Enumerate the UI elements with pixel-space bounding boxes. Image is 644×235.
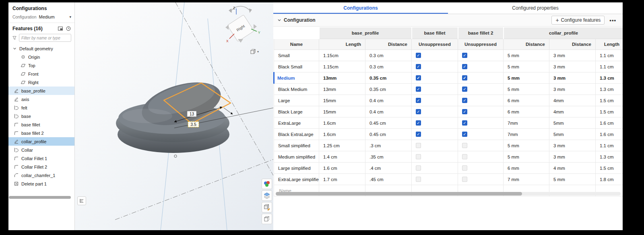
config-value-cell[interactable]: 6 mm — [504, 95, 549, 106]
history-icon[interactable] — [66, 26, 71, 31]
config-name-cell[interactable]: Small — [274, 50, 319, 61]
left-panel-horizontal-scrollbar[interactable] — [9, 196, 71, 199]
unsuppressed-checkbox[interactable] — [462, 154, 467, 159]
config-value-cell[interactable]: 4 mm — [549, 163, 596, 174]
config-value-cell[interactable]: 3 mm — [549, 84, 596, 95]
config-name-cell[interactable]: Black Large — [274, 106, 319, 118]
tree-item-origin[interactable]: Origin — [8, 53, 74, 61]
config-name-cell[interactable]: Large simplified — [274, 163, 319, 174]
unsuppressed-checkbox[interactable] — [462, 177, 467, 182]
config-value-cell[interactable]: 7mm — [504, 118, 549, 129]
config-value-cell[interactable]: 1.5 cm — [596, 106, 623, 118]
feature-item-collar-fillet-2[interactable]: Collar Fillet 2 — [8, 163, 74, 171]
chevron-down-icon[interactable] — [277, 18, 281, 22]
config-value-cell[interactable]: .4 cm — [365, 163, 412, 174]
feature-item-base-fillet[interactable]: base fillet — [8, 120, 74, 129]
config-value-cell[interactable]: 5 mm — [504, 50, 549, 61]
config-value-cell[interactable]: 3 mm — [549, 61, 596, 72]
config-value-cell[interactable]: 1.15cm — [319, 61, 365, 72]
config-name-cell[interactable]: Medium — [274, 72, 319, 84]
config-value-cell[interactable]: .45 cm — [365, 174, 412, 185]
scrollbar-thumb[interactable] — [276, 192, 522, 196]
config-value-cell[interactable]: 7 mm — [504, 174, 549, 185]
unsuppressed-checkbox[interactable]: ✓ — [416, 75, 421, 80]
tree-item-front[interactable]: Front — [8, 70, 74, 78]
feature-item-base_profile[interactable]: base_profile — [8, 87, 74, 95]
viewport-3d[interactable]: 13 3.5 Right Z Y — [75, 2, 273, 230]
unsuppressed-checkbox[interactable]: ✓ — [416, 109, 421, 114]
appearance-tool-button[interactable] — [262, 179, 272, 189]
tree-item-right[interactable]: Right — [8, 78, 74, 87]
config-value-cell[interactable]: 1.6 cm — [596, 129, 623, 140]
config-value-cell[interactable]: 5 mm — [504, 151, 549, 163]
dimension-height-value[interactable]: 3.5 — [190, 122, 196, 127]
config-value-cell[interactable]: 3 mm — [549, 72, 596, 84]
config-value-cell[interactable]: 1.15cm — [319, 50, 365, 61]
config-value-cell[interactable]: 1.6cm — [319, 129, 365, 140]
config-value-cell[interactable]: 1.1 cm — [596, 61, 623, 72]
config-value-cell[interactable]: 0.3 cm — [365, 61, 412, 72]
dimension-width-value[interactable]: 13 — [190, 111, 194, 116]
dimension-height-label[interactable]: 3.5 — [188, 122, 199, 127]
config-value-cell[interactable]: 1.3 cm — [596, 84, 623, 95]
config-value-cell[interactable]: .35 cm — [365, 151, 412, 163]
config-value-cell[interactable]: 5 mm — [549, 174, 596, 185]
unsuppressed-checkbox[interactable]: ✓ — [462, 64, 467, 69]
unsuppressed-checkbox[interactable]: ✓ — [416, 120, 421, 126]
unsuppressed-checkbox[interactable] — [416, 143, 421, 148]
unsuppressed-checkbox[interactable]: ✓ — [462, 87, 467, 92]
config-value-cell[interactable]: 1.6 cm — [319, 163, 365, 174]
config-value-cell[interactable]: 5 mm — [504, 84, 549, 95]
config-value-cell[interactable]: 13mm — [319, 84, 365, 95]
config-name-cell[interactable]: Small simplified — [274, 140, 319, 151]
config-value-cell[interactable]: 6 mm — [504, 163, 549, 174]
tree-item-top[interactable]: Top — [8, 61, 74, 70]
feature-item-base[interactable]: base — [8, 112, 74, 120]
feature-item-axis[interactable]: axis — [8, 95, 74, 103]
config-value-cell[interactable]: 5 mm — [504, 61, 549, 72]
config-value-cell[interactable]: 3 mm — [549, 151, 596, 163]
view-options-button[interactable]: ▾ — [249, 47, 260, 56]
config-value-cell[interactable]: 15mm — [319, 106, 365, 118]
unsuppressed-checkbox[interactable]: ✓ — [416, 98, 421, 103]
display-mode-button[interactable] — [262, 190, 272, 201]
unsuppressed-checkbox[interactable]: ✓ — [416, 87, 421, 92]
config-name-cell[interactable]: Black Medium — [274, 84, 319, 95]
unsuppressed-checkbox[interactable] — [416, 154, 421, 159]
feature-item-collar_chamfer_1[interactable]: collar_chamfer_1 — [8, 171, 74, 179]
config-name-cell[interactable]: ExtraLarge — [274, 118, 319, 129]
unsuppressed-checkbox[interactable]: ✓ — [462, 120, 467, 126]
default-geometry-row[interactable]: Default geometry — [8, 44, 74, 53]
config-value-cell[interactable]: 5 mm — [504, 140, 549, 151]
unsuppressed-checkbox[interactable]: ✓ — [462, 75, 467, 80]
config-value-cell[interactable]: 1.1 cm — [596, 140, 623, 151]
config-value-cell[interactable]: 1.3 cm — [596, 72, 623, 84]
unsuppressed-checkbox[interactable]: ✓ — [416, 64, 421, 69]
configuration-dropdown[interactable]: Configuration Medium ▾ — [8, 13, 74, 23]
config-value-cell[interactable]: 1.6 cm — [596, 118, 623, 129]
config-name-cell[interactable]: Black ExtraLarge — [274, 129, 319, 140]
config-value-cell[interactable]: 1.4 cm — [319, 151, 365, 163]
features-filter-input[interactable] — [19, 34, 71, 42]
feature-item-collar_profile[interactable]: collar_profile — [8, 137, 74, 146]
unsuppressed-checkbox[interactable] — [462, 165, 467, 171]
feature-item-felt[interactable]: felt — [8, 103, 74, 112]
feature-item-base-fillet-2[interactable]: base fillet 2 — [8, 129, 74, 137]
config-value-cell[interactable]: 1.5 cm — [596, 95, 623, 106]
unsuppressed-checkbox[interactable]: ✓ — [462, 53, 467, 58]
edit-in-context-button[interactable] — [262, 202, 272, 212]
feature-item-delete-part-1[interactable]: Delete part 1 — [8, 179, 74, 188]
filter-funnel-icon[interactable] — [12, 35, 17, 40]
config-value-cell[interactable]: 0.4 cm — [365, 106, 412, 118]
configure-features-button[interactable]: + Configure features — [551, 16, 605, 25]
unsuppressed-checkbox[interactable] — [416, 165, 421, 171]
insert-thumbnail-icon[interactable] — [58, 26, 63, 31]
unsuppressed-checkbox[interactable]: ✓ — [462, 132, 467, 137]
config-value-cell[interactable]: 1.6cm — [319, 118, 365, 129]
config-value-cell[interactable]: 7mm — [504, 129, 549, 140]
tab-configured-properties[interactable]: Configured properties — [448, 2, 623, 14]
config-value-cell[interactable]: 1.5 cm — [596, 163, 623, 174]
config-value-cell[interactable]: 3 mm — [549, 50, 596, 61]
config-value-cell[interactable]: 1.3 cm — [596, 151, 623, 163]
feature-list-toggle-button[interactable] — [77, 196, 86, 205]
